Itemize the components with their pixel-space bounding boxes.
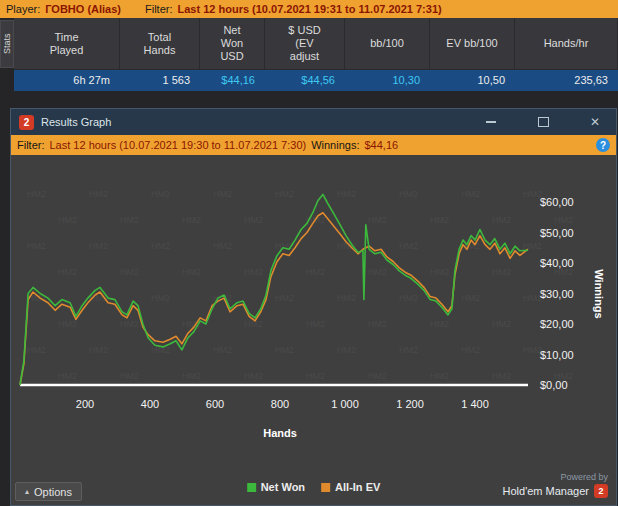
stats-column-header[interactable]: $ USD (EV adjust xyxy=(265,18,345,69)
maximize-icon xyxy=(538,117,549,127)
legend-swatch-icon xyxy=(321,483,330,492)
winnings-label: Winnings: xyxy=(311,139,359,151)
watermark-text: HM2 xyxy=(368,267,387,277)
legend-label: All-In EV xyxy=(335,481,380,493)
watermark-text: HM2 xyxy=(151,293,170,303)
y-tick-label: $0,00 xyxy=(540,379,568,391)
watermark-text: HM2 xyxy=(275,189,294,199)
watermark-text: HM2 xyxy=(306,319,325,329)
brand-name: Hold'em Manager xyxy=(503,485,589,498)
minimize-button[interactable] xyxy=(484,115,498,129)
y-tick-label: $10,00 xyxy=(540,349,574,361)
graph-filter-bar: Filter: Last 12 hours (10.07.2021 19:30 … xyxy=(11,135,616,155)
y-tick-label: $60,00 xyxy=(540,196,574,208)
watermark-text: HM2 xyxy=(213,189,232,199)
watermark-text: HM2 xyxy=(244,371,263,381)
x-tick-label: 1 400 xyxy=(461,398,489,410)
watermark-text: HM2 xyxy=(213,345,232,355)
y-tick-label: $50,00 xyxy=(540,227,574,239)
watermark-text: HM2 xyxy=(27,241,46,251)
stats-column-header[interactable]: Time Played xyxy=(14,18,120,69)
brand-logo-icon: 2 xyxy=(594,484,608,498)
stats-cell: 1 563 xyxy=(120,70,200,91)
watermark-text: HM2 xyxy=(461,345,480,355)
watermark-text: HM2 xyxy=(554,215,573,225)
filter-value[interactable]: Last 12 hours (10.07.2021 19:31 to 11.07… xyxy=(178,3,442,15)
graph-plot-area: HM2HM2HM2HM2HM2HM2HM2HM2HM2HM2HM2HM2HM2H… xyxy=(11,155,616,469)
watermark-text: HM2 xyxy=(337,189,356,199)
watermark-text: HM2 xyxy=(337,345,356,355)
watermark-text: HM2 xyxy=(430,319,449,329)
watermark-text: HM2 xyxy=(368,371,387,381)
net-won-line xyxy=(20,194,528,385)
player-filter-bar: Player: ГОВНО (Alias) Filter: Last 12 ho… xyxy=(0,0,618,18)
watermark-text: HM2 xyxy=(523,241,542,251)
window-title: Results Graph xyxy=(41,116,111,128)
graph-filter-value: Last 12 hours (10.07.2021 19:30 to 11.07… xyxy=(50,139,307,151)
watermark-text: HM2 xyxy=(275,293,294,303)
y-tick-label: $20,00 xyxy=(540,318,574,330)
watermark-text: HM2 xyxy=(492,215,511,225)
powered-by-text: Powered by xyxy=(503,471,608,484)
watermark-text: HM2 xyxy=(151,189,170,199)
watermark-text: HM2 xyxy=(337,293,356,303)
legend-swatch-icon xyxy=(247,483,256,492)
y-tick-label: $40,00 xyxy=(540,257,574,269)
stats-column-header[interactable]: Net Won USD xyxy=(200,18,265,69)
watermark-text: HM2 xyxy=(430,215,449,225)
stats-column-header[interactable]: Total Hands xyxy=(120,18,200,69)
watermark-text: HM2 xyxy=(306,371,325,381)
window-titlebar[interactable]: 2 Results Graph ✕ xyxy=(11,109,616,135)
watermark-text: HM2 xyxy=(492,319,511,329)
watermark-text: HM2 xyxy=(368,319,387,329)
watermark-text: HM2 xyxy=(182,267,201,277)
close-button[interactable]: ✕ xyxy=(588,115,602,129)
stats-side-tab[interactable]: Stats xyxy=(0,20,14,68)
watermark-text: HM2 xyxy=(58,215,77,225)
window-controls: ✕ xyxy=(484,115,608,129)
maximize-button[interactable] xyxy=(536,115,550,129)
stats-row[interactable]: 6h 27m1 563$44,16$44,5610,3010,50235,63 xyxy=(14,70,618,91)
stats-column-header[interactable]: bb/100 xyxy=(345,18,430,69)
player-name[interactable]: ГОВНО (Alias) xyxy=(45,3,121,15)
watermark-text: HM2 xyxy=(120,371,139,381)
watermark-text: HM2 xyxy=(399,293,418,303)
watermark-text: HM2 xyxy=(182,215,201,225)
y-tick-label: $30,00 xyxy=(540,288,574,300)
results-chart: HM2HM2HM2HM2HM2HM2HM2HM2HM2HM2HM2HM2HM2H… xyxy=(11,155,616,469)
info-icon[interactable]: ? xyxy=(596,138,610,152)
stats-cell: 10,30 xyxy=(345,70,430,91)
watermark-text: HM2 xyxy=(27,189,46,199)
x-axis-label: Hands xyxy=(263,427,297,439)
watermark-text: HM2 xyxy=(213,241,232,251)
options-label: Options xyxy=(34,486,72,498)
watermark-text: HM2 xyxy=(89,345,108,355)
legend-item: Net Won xyxy=(247,481,305,493)
stats-cell: 10,50 xyxy=(430,70,515,91)
stats-column-header[interactable]: Hands/hr xyxy=(515,18,618,69)
stats-cell: 235,63 xyxy=(515,70,618,91)
stats-cell: 6h 27m xyxy=(14,70,120,91)
watermark-text: HM2 xyxy=(399,241,418,251)
watermark-text: HM2 xyxy=(244,215,263,225)
watermark-text: HM2 xyxy=(58,319,77,329)
watermark-text: HM2 xyxy=(275,345,294,355)
stats-column-header[interactable]: EV bb/100 xyxy=(430,18,515,69)
graph-footer: ▴ Options Net WonAll-In EV Powered by Ho… xyxy=(11,469,616,505)
x-tick-label: 400 xyxy=(141,398,159,410)
player-label: Player: xyxy=(6,3,40,15)
watermark-text: HM2 xyxy=(89,189,108,199)
options-button[interactable]: ▴ Options xyxy=(15,482,82,501)
graph-filter-label: Filter: xyxy=(17,139,45,151)
watermark-text: HM2 xyxy=(120,319,139,329)
watermark-text: HM2 xyxy=(461,293,480,303)
filter-label: Filter: xyxy=(145,3,173,15)
watermark-text: HM2 xyxy=(368,215,387,225)
watermark-text: HM2 xyxy=(120,215,139,225)
watermark-text: HM2 xyxy=(151,241,170,251)
chart-legend: Net WonAll-In EV xyxy=(247,481,381,493)
watermark-text: HM2 xyxy=(58,267,77,277)
hm2-logo-icon: 2 xyxy=(19,115,34,130)
x-tick-label: 800 xyxy=(271,398,289,410)
watermark-text: HM2 xyxy=(399,189,418,199)
